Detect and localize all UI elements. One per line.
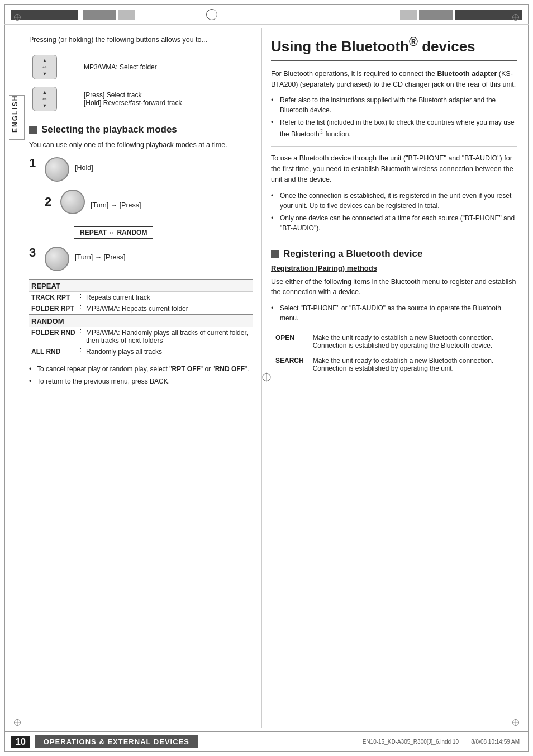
language-label: ENGLISH [9, 95, 25, 140]
crosshair-top-right [512, 13, 520, 23]
list-item: Once the connection is established, it i… [271, 191, 517, 211]
section-title: OPERATIONS & EXTERNAL DEVICES [35, 735, 198, 748]
step-2: 2 [Turn] → [Press] REPEAT ↔ RANDOM [29, 190, 253, 239]
reg-heading: Registering a Bluetooth device [283, 248, 422, 259]
file-info: EN10-15_KD-A305_R300[J]_6.indd 10 8/8/08… [363, 739, 520, 745]
list-item: Refer also to the instructions supplied … [271, 95, 517, 115]
button-desc-1: MP3/WMA: Select folder [80, 51, 253, 83]
step-text-3: [Turn] → [Press] [75, 247, 126, 261]
table-row: ▲ ⇔ ▼ [Press] Select track [Hold] Revers… [29, 83, 253, 115]
folder-button-icon: ▲ ⇔ ▼ [32, 55, 57, 79]
knob-2 [60, 190, 85, 214]
reg-intro: Use either of the following items in the… [271, 277, 517, 298]
knob-3 [45, 247, 69, 271]
playback-section-heading: Selecting the playback modes [29, 124, 253, 135]
search-key: SEARCH [271, 353, 308, 376]
knob-1 [45, 157, 69, 182]
list-item: Refer to the list (included in the box) … [271, 117, 517, 139]
track-rpt-desc: Repeats current track [84, 291, 253, 303]
folder-rpt-name: FOLDER RPT [29, 303, 78, 315]
step-num-2: 2 [45, 196, 55, 208]
page-number: 10 [11, 736, 30, 748]
step-num-3: 3 [29, 247, 39, 259]
playback-heading: Selecting the playback modes [41, 124, 177, 135]
open-key: OPEN [271, 330, 308, 353]
intro-text: For Bluetooth operations, it is required… [271, 69, 517, 90]
left-column: ENGLISH Pressing (or holding) the follow… [4, 28, 261, 728]
note-1: To cancel repeat play or random play, se… [29, 364, 253, 374]
table-row: TRACK RPT : Repeats current track [29, 291, 253, 303]
step-text-1: [Hold] [75, 157, 93, 172]
pressing-text: Pressing (or holding) the following butt… [29, 35, 253, 45]
mode-table: REPEAT TRACK RPT : Repeats current track… [29, 279, 253, 357]
repeat-label: REPEAT [29, 279, 253, 291]
random-label: RANDOM [29, 314, 253, 327]
list-item: Select "BT-PHONE" or "BT-AUDIO" as the s… [271, 303, 517, 323]
button-desc-2: [Press] Select track [Hold] Reverse/fast… [80, 83, 253, 115]
registration-table: OPEN Make the unit ready to establish a … [271, 330, 517, 376]
step-num-1: 1 [29, 157, 39, 169]
crosshair-center [261, 372, 272, 384]
pairing-intro: To use a Bluetooth device through the un… [271, 153, 517, 185]
reg-section-icon [271, 250, 279, 258]
table-row: OPEN Make the unit ready to establish a … [271, 330, 517, 353]
crosshair-top-left [13, 13, 21, 23]
folder-rnd-desc: MP3/WMA: Randomly plays all tracks of cu… [84, 327, 253, 346]
reg-bullets: Select "BT-PHONE" or "BT-AUDIO" as the s… [271, 303, 517, 323]
track-rpt-name: TRACK RPT [29, 291, 78, 303]
table-row: ▲ ⇔ ▼ MP3/WMA: Select folder [29, 51, 253, 83]
step-1: 1 [Hold] [29, 157, 253, 182]
repeat-category-row: REPEAT [29, 279, 253, 291]
section-icon [29, 126, 37, 134]
repeat-random-box: REPEAT ↔ RANDOM [74, 226, 153, 239]
table-row: ALL RND : Randomly plays all tracks [29, 346, 253, 357]
crosshair-left-mid [13, 719, 21, 728]
divider-1 [271, 146, 517, 147]
step-text-2: [Turn] → [Press] [91, 195, 141, 209]
pairing-bullets: Once the connection is established, it i… [271, 191, 517, 233]
table-row: FOLDER RND : MP3/WMA: Randomly plays all… [29, 327, 253, 346]
table-row: SEARCH Make the unit ready to establish … [271, 353, 517, 376]
modes-intro: You can use only one of the following pl… [29, 140, 253, 150]
random-category-row: RANDOM [29, 314, 253, 327]
all-rnd-desc: Randomly plays all tracks [84, 346, 253, 357]
folder-rpt-desc: MP3/WMA: Repeats current folder [84, 303, 253, 315]
reg-section-heading: Registering a Bluetooth device [271, 248, 517, 259]
button-table: ▲ ⇔ ▼ MP3/WMA: Select folder ▲ ⇔ ▼ [29, 51, 253, 115]
top-bar [4, 4, 529, 25]
crosshair-right-mid [512, 719, 520, 728]
right-column: Using the Bluetooth® devices For Bluetoo… [261, 28, 529, 728]
list-item: Only one device can be connected at a ti… [271, 213, 517, 233]
folder-rnd-name: FOLDER RND [29, 327, 78, 346]
all-rnd-name: ALL RND [29, 346, 78, 357]
note-2: To return to the previous menu, press BA… [29, 376, 253, 386]
step-3: 3 [Turn] → [Press] [29, 247, 253, 271]
bottom-bar: 10 OPERATIONS & EXTERNAL DEVICES EN10-15… [4, 731, 529, 752]
main-heading: Using the Bluetooth® devices [271, 35, 517, 61]
table-row: FOLDER RPT : MP3/WMA: Repeats current fo… [29, 303, 253, 315]
track-button-icon: ▲ ⇔ ▼ [32, 87, 57, 111]
intro-bullets: Refer also to the instructions supplied … [271, 95, 517, 139]
open-desc: Make the unit ready to establish a new B… [308, 330, 517, 353]
reg-sub-heading: Registration (Pairing) methods [271, 264, 517, 272]
divider-2 [271, 240, 517, 240]
search-desc: Make the unit ready to establish a new B… [308, 353, 517, 376]
